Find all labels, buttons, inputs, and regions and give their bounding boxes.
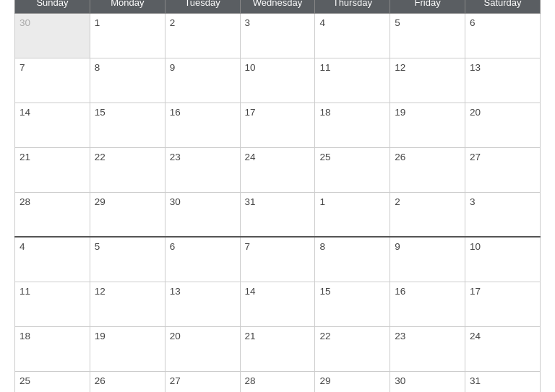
day-cell: 1: [90, 13, 165, 58]
header-cell-tuesday: Tuesday: [165, 0, 240, 13]
day-cell: 25: [315, 147, 390, 192]
day-cell: 20: [165, 326, 240, 371]
day-cell: 25: [15, 371, 90, 392]
day-cell: 29: [90, 192, 165, 237]
header-cell-wednesday: Wednesday: [240, 0, 315, 13]
day-cell: 12: [390, 58, 465, 103]
week-row-6: 11121314151617: [15, 282, 541, 326]
day-cell: 4: [15, 237, 90, 282]
week-row-7: 18192021222324: [15, 326, 541, 371]
week-row-3: 21222324252627: [15, 147, 541, 192]
day-cell: 24: [240, 147, 315, 192]
day-cell: 27: [165, 371, 240, 392]
day-cell: 30: [15, 13, 90, 58]
day-cell: 24: [465, 326, 541, 371]
day-cell: 20: [465, 103, 541, 147]
day-cell: 28: [15, 192, 90, 237]
day-cell: 6: [465, 13, 541, 58]
calendar-body: 3012345678910111213141516171819202122232…: [15, 13, 541, 392]
day-cell: 23: [165, 147, 240, 192]
header-cell-monday: Monday: [90, 0, 165, 13]
day-cell: 28: [240, 371, 315, 392]
week-row-0: 30123456: [15, 13, 541, 58]
calendar-table: SundayMondayTuesdayWednesdayThursdayFrid…: [14, 0, 541, 392]
day-cell: 10: [465, 237, 541, 282]
day-cell: 18: [315, 103, 390, 147]
header-cell-friday: Friday: [390, 0, 465, 13]
day-cell: 19: [90, 326, 165, 371]
day-cell: 22: [90, 147, 165, 192]
day-cell: 9: [165, 58, 240, 103]
day-cell: 4: [315, 13, 390, 58]
day-cell: 17: [465, 282, 541, 326]
week-row-5: 45678910: [15, 237, 541, 282]
day-cell: 14: [15, 103, 90, 147]
day-cell: 31: [465, 371, 541, 392]
week-row-8: 25262728293031: [15, 371, 541, 392]
header-cell-thursday: Thursday: [315, 0, 390, 13]
day-cell: 6: [165, 237, 240, 282]
day-cell: 11: [315, 58, 390, 103]
day-cell: 1: [315, 192, 390, 237]
week-row-1: 78910111213: [15, 58, 541, 103]
day-cell: 26: [390, 147, 465, 192]
day-cell: 29: [315, 371, 390, 392]
day-cell: 12: [90, 282, 165, 326]
calendar-container: July August 2024 SundayMondayTuesdayWedn…: [7, 0, 548, 392]
day-cell: 2: [390, 192, 465, 237]
day-cell: 18: [15, 326, 90, 371]
day-cell: 15: [315, 282, 390, 326]
day-cell: 21: [15, 147, 90, 192]
day-cell: 3: [240, 13, 315, 58]
week-row-2: 14151617181920: [15, 103, 541, 147]
day-cell: 19: [390, 103, 465, 147]
day-cell: 23: [390, 326, 465, 371]
day-cell: 5: [90, 237, 165, 282]
day-cell: 8: [315, 237, 390, 282]
header-cell-sunday: Sunday: [15, 0, 90, 13]
day-cell: 30: [390, 371, 465, 392]
day-cell: 13: [165, 282, 240, 326]
day-cell: 10: [240, 58, 315, 103]
week-row-4: 28293031123: [15, 192, 541, 237]
day-cell: 3: [465, 192, 541, 237]
header-cell-saturday: Saturday: [465, 0, 541, 13]
day-cell: 16: [165, 103, 240, 147]
day-cell: 26: [90, 371, 165, 392]
header-row: SundayMondayTuesdayWednesdayThursdayFrid…: [15, 0, 541, 13]
day-cell: 15: [90, 103, 165, 147]
day-cell: 9: [390, 237, 465, 282]
day-cell: 16: [390, 282, 465, 326]
calendar-header: SundayMondayTuesdayWednesdayThursdayFrid…: [15, 0, 541, 13]
day-cell: 17: [240, 103, 315, 147]
day-cell: 7: [15, 58, 90, 103]
day-cell: 30: [165, 192, 240, 237]
day-cell: 5: [390, 13, 465, 58]
day-cell: 21: [240, 326, 315, 371]
day-cell: 14: [240, 282, 315, 326]
day-cell: 11: [15, 282, 90, 326]
day-cell: 22: [315, 326, 390, 371]
day-cell: 27: [465, 147, 541, 192]
day-cell: 7: [240, 237, 315, 282]
day-cell: 8: [90, 58, 165, 103]
day-cell: 13: [465, 58, 541, 103]
day-cell: 31: [240, 192, 315, 237]
day-cell: 2: [165, 13, 240, 58]
